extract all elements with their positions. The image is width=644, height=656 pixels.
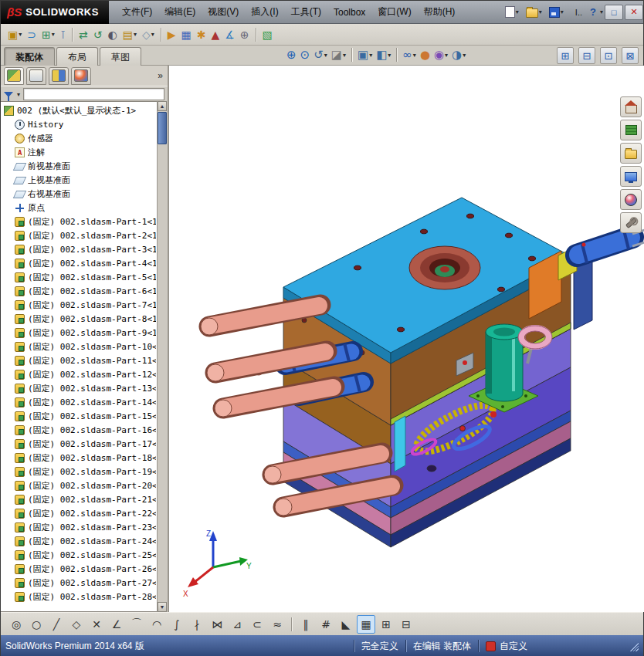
tree-item[interactable]: (固定) 002.sldasm-Part-3<1> [2,242,156,256]
smart-fasteners-icon[interactable]: ⊺ [58,26,68,43]
close-button[interactable]: ✕ [625,5,643,20]
tab-布局[interactable]: 布局 [56,47,98,67]
propertymanager-tab-icon[interactable] [26,67,46,85]
view-settings-icon[interactable]: ◑▾ [450,46,467,63]
float-pane-icon[interactable]: ⊡ [600,47,617,64]
design-table-icon[interactable]: ⊟ [397,615,415,634]
edit-appearance-icon[interactable]: ● [419,46,432,63]
shaded-sketch-contours-icon[interactable]: ▦ [357,615,375,634]
menu-item[interactable]: 工具(T) [286,2,327,22]
filter-field[interactable] [23,88,164,100]
tree-item[interactable]: (固定) 002.sldasm-Part-8<1> [2,312,156,326]
tree-item[interactable]: (固定) 002.sldasm-Part-16<1> [2,423,156,437]
panel-more-chevron[interactable]: » [158,70,164,81]
grid-icon[interactable]: # [317,615,335,634]
tree-root-item[interactable]: 002 (默认<默认_显示状态-1> [2,103,156,117]
scroll-up-icon[interactable]: ▲ [158,101,167,111]
sketch-arc-icon[interactable]: ⌒ [127,615,146,634]
tab-草图[interactable]: 草图 [100,47,141,67]
tree-item[interactable]: (固定) 002.sldasm-Part-5<1> [2,270,156,284]
move-component-icon[interactable]: ⇄ [76,26,90,43]
tree-item[interactable]: (固定) 002.sldasm-Part-14<1> [2,395,156,409]
design-library-icon[interactable] [620,120,642,140]
offset-entities-icon[interactable]: ≈ [268,615,286,634]
featurepane-toggle-icon[interactable]: ⊞ [557,47,574,64]
tree-item[interactable]: (固定) 002.sldasm-Part-1<1> [2,215,156,228]
show-hidden-components-icon[interactable]: ◐ [106,26,120,43]
sketch-erase-icon[interactable]: ✕ [87,615,106,634]
close-pane-icon[interactable]: ⊠ [622,47,639,64]
tree-item[interactable]: (固定) 002.sldasm-Part-18<1> [2,451,156,465]
menu-item[interactable]: 窗口(W) [372,2,416,22]
menu-item[interactable]: 视图(V) [202,2,244,22]
tree-item[interactable]: (固定) 002.sldasm-Part-12<1> [2,367,156,381]
status-alert-icon[interactable] [486,641,496,651]
tree-item[interactable]: (固定) 002.sldasm-Part-17<1> [2,437,156,451]
exploded-view-icon[interactable]: ✱ [195,26,208,43]
filter-caret-icon[interactable]: ▾ [17,91,20,98]
tree-scrollbar[interactable]: ▲ ▼ [157,101,168,612]
tree-item[interactable]: (固定) 002.sldasm-Part-27<1> [2,576,156,590]
new-motion-study-icon[interactable]: ▶ [165,26,178,43]
sketch-circle-icon[interactable]: ○ [27,615,46,634]
tree-item[interactable]: (固定) 002.sldasm-Part-2<1> [2,228,156,242]
menu-item[interactable]: 插入(I) [246,2,283,22]
convert-entities-icon[interactable]: ⊂ [248,615,266,634]
scroll-down-icon[interactable]: ▼ [158,602,167,612]
tree-item[interactable]: (固定) 002.sldasm-Part-25<1> [2,548,156,562]
zoom-to-fit-icon[interactable]: ⊕ [285,46,298,63]
smart-dimension-icon[interactable]: ∠ [107,615,126,634]
tree-item[interactable]: (固定) 002.sldasm-Part-24<1> [2,534,156,548]
tree-item[interactable]: (固定) 002.sldasm-Part-21<1> [2,492,156,506]
file-explorer-icon[interactable] [620,143,642,164]
custom-properties-icon[interactable] [620,212,642,233]
tree-item[interactable]: 注解 [2,145,156,159]
zoom-to-area-icon[interactable]: ⊙ [299,46,312,63]
linear-component-pattern-icon[interactable]: ⊞▾ [39,26,57,43]
simulation-icon[interactable]: ▧ [260,26,275,43]
mass-properties-icon[interactable]: ⊕ [238,26,252,43]
tree-item[interactable]: 上视基准面 [2,173,156,187]
configurationmanager-tab-icon[interactable] [49,67,69,85]
appearances-scenes-icon[interactable] [620,189,642,210]
trim-entities-icon[interactable]: ∤ [188,615,206,634]
scroll-thumb[interactable] [158,112,167,144]
toolbar-overflow-label[interactable]: I.. [575,8,582,17]
snap-spacing-icon[interactable]: ‖ [297,615,315,634]
display-style-icon[interactable]: ◧▾ [375,46,392,63]
sketch-line-icon[interactable]: ╱ [47,615,66,634]
save-icon[interactable]: ▾ [547,5,566,19]
tree-item[interactable]: (固定) 002.sldasm-Part-6<1> [2,284,156,298]
assembly-features-icon[interactable]: ▤▾ [120,26,139,43]
tables-icon[interactable]: ⊞ [377,615,395,634]
sketch-fillet-icon[interactable]: ⊿ [228,615,246,634]
tree-item[interactable]: (固定) 002.sldasm-Part-13<1> [2,381,156,395]
tree-item[interactable]: (固定) 002.sldasm-Part-19<1> [2,465,156,478]
measure-icon[interactable]: ∡ [222,26,237,43]
insert-components-icon[interactable]: ▣▾ [5,26,24,43]
tab-装配体[interactable]: 装配体 [4,47,55,67]
open-document-icon[interactable]: ▾ [524,5,544,19]
menu-item[interactable]: 文件(F) [117,2,158,22]
tree-item[interactable]: History [2,117,156,131]
reference-geometry-icon[interactable]: ◇▾ [140,26,157,43]
viewport-canvas[interactable]: Z Y X [169,66,644,612]
tree-item[interactable]: (固定) 002.sldasm-Part-28<1> [2,590,156,604]
menu-item[interactable]: Toolbox [328,4,371,21]
rotate-component-icon[interactable]: ↺ [91,26,105,43]
tree-item[interactable]: (固定) 002.sldasm-Part-20<1> [2,478,156,492]
corner-rectangle-icon[interactable]: ◣ [337,615,355,634]
new-document-icon[interactable]: ▾ [503,5,521,19]
filter-funnel-icon[interactable] [4,92,13,97]
tree-item[interactable]: (固定) 002.sldasm-Part-22<1> [2,506,156,520]
help-button[interactable]: ? [590,6,596,18]
spline-icon[interactable]: ∫ [168,615,186,634]
tree-item[interactable]: 原点 [2,201,156,215]
tree-item[interactable]: (固定) 002.sldasm-Part-26<1> [2,562,156,576]
restore-button[interactable]: □ [605,5,623,20]
home-icon[interactable] [620,96,642,117]
view-palette-icon[interactable] [620,166,642,187]
tree-item[interactable]: (固定) 002.sldasm-Part-9<1> [2,326,156,340]
tree-item[interactable]: (固定) 002.sldasm-Part-10<1> [2,340,156,353]
sketch-point-icon[interactable]: ◎ [7,615,25,634]
